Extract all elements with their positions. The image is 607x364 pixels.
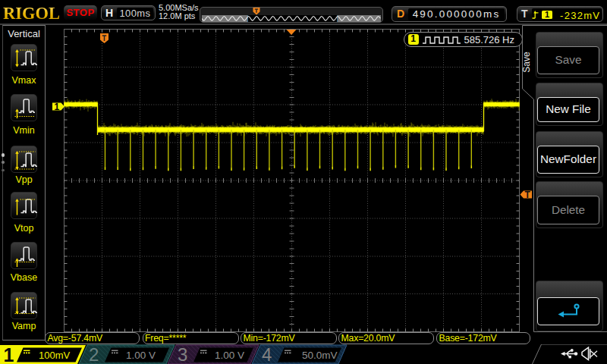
svg-text:4: 4: [262, 344, 272, 364]
svg-text:1.00 V: 1.00 V: [215, 350, 244, 361]
svg-text:1.00 V: 1.00 V: [126, 350, 156, 361]
svg-text:1: 1: [4, 344, 14, 364]
svg-text:100mV: 100mV: [39, 350, 71, 361]
svg-text:2: 2: [89, 344, 99, 364]
svg-text:50.0mV: 50.0mV: [302, 350, 338, 361]
svg-text:3: 3: [178, 344, 187, 364]
